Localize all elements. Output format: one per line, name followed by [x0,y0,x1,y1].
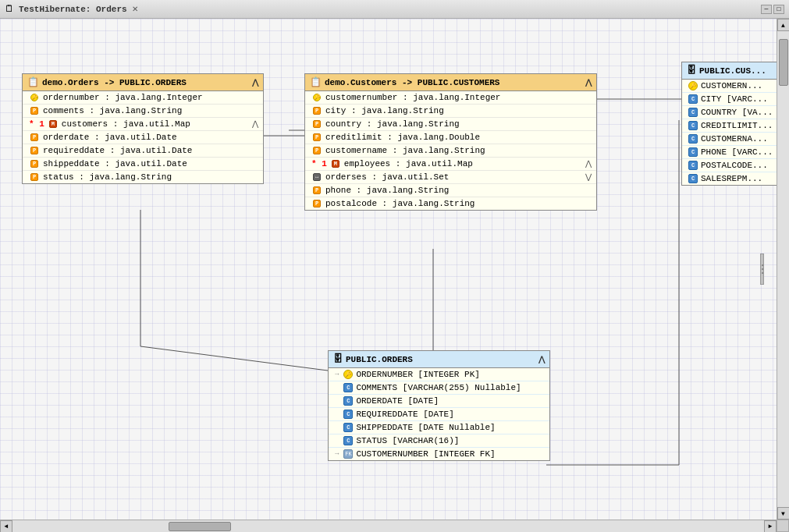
maximize-button[interactable]: □ [773,5,784,14]
window-title: TestHibernate: Orders [19,5,127,14]
db-col-icon: C [688,161,698,170]
main-area: 📋 demo.Orders -> PUBLIC.ORDERS ⋀ 🔑 order… [0,19,789,520]
orders-entity: 📋 demo.Orders -> PUBLIC.ORDERS ⋀ 🔑 order… [22,73,264,184]
db-col-icon: C [343,436,353,445]
orders-entity-title: demo.Orders -> PUBLIC.ORDERS [42,78,187,87]
expand-icon[interactable]: ⋀ [252,119,258,129]
db-field-row: C CITY [VARC... [682,93,777,106]
field-text: ordernumber : java.lang.Integer [43,93,203,102]
db-field-text: ORDERDATE [DATE] [356,396,439,406]
field-text: comments : java.lang.String [43,106,182,115]
db-col-icon: C [343,383,353,392]
orders-collapse-btn[interactable]: ⋀ [252,78,258,87]
db-field-row: C PHONE [VARC... [682,146,777,159]
db-col-icon: C [343,423,353,432]
db-field-row: → C REQUIREDDATE [DATE] [329,408,549,421]
scroll-right-button[interactable]: ► [764,520,777,533]
key-icon: 🔑 [29,93,40,102]
diagram-canvas[interactable]: 📋 demo.Orders -> PUBLIC.ORDERS ⋀ 🔑 order… [0,19,777,520]
db-field-row: → C ORDERDATE [DATE] [329,395,549,408]
field-text: creditlimit : java.lang.Double [325,133,480,142]
scroll-thumb-h[interactable] [169,522,231,531]
tab-close-button[interactable]: ✕ [132,5,138,13]
public-customers-title: PUBLIC.CUS... [699,66,766,76]
field-text: shippeddate : java.util.Date [43,159,187,168]
required-star: * 1 [311,159,327,168]
entity-field-row: * 1 M customers : java.util.Map ⋀ [23,118,263,131]
vertical-scrollbar: ▲ ▼ [777,19,789,520]
scroll-down-button[interactable]: ▼ [777,507,790,520]
entity-field-row: P shippeddate : java.util.Date [23,158,263,171]
entity-field-row: ↔ orderses : java.util.Set ⋁ [305,171,596,184]
db-field-text: CUSTOMERNUMBER [INTEGER FK] [356,449,495,459]
entity-field-row: P status : java.lang.String [23,171,263,183]
field-text: phone : java.lang.String [325,186,449,195]
field-icon: P [29,106,40,115]
entity-icon: 📋 [27,76,39,88]
scroll-up-button[interactable]: ▲ [777,19,790,31]
key-icon: 🔑 [311,93,322,102]
expand-icon[interactable]: ⋁ [585,172,592,182]
title-bar: 🗒 TestHibernate: Orders ✕ ─ □ [0,0,789,19]
db-field-row: 🔑 CUSTOMERN... [682,80,777,93]
db-field-text: REQUIREDDATE [DATE] [356,410,453,419]
db-col-icon: C [688,147,698,157]
db-fk-icon: FK [343,449,353,459]
db-field-row: → C SHIPPEDDATE [DATE Nullable] [329,421,549,434]
window-controls: ─ □ [761,5,784,14]
field-icon: P [29,133,40,142]
db-icon: 🗄 [687,65,696,76]
field-icon: P [311,106,322,115]
public-customers-table: 🗄 PUBLIC.CUS... 🔑 CUSTOMERN... C CITY [V… [681,62,777,186]
separator-handle[interactable] [760,254,764,285]
entity-field-row: P comments : java.lang.String [23,105,263,118]
entity-field-row: P customername : java.lang.String [305,144,596,158]
db-field-row: C SALESREPM... [682,172,777,185]
public-orders-collapse-btn[interactable]: ⋀ [538,355,545,364]
db-field-text: COMMENTS [VARCHAR(255) Nullable] [356,383,521,392]
db-field-text: CITY [VARC... [701,94,768,104]
entity-field-row: * 1 M employees : java.util.Map ⋀ [305,158,596,171]
db-field-text: SHIPPEDDATE [DATE Nullable] [356,423,495,432]
field-icon: P [311,146,322,155]
db-field-row: → 🔑 ORDERNUMBER [INTEGER PK] [329,368,549,381]
db-field-row: → C COMMENTS [VARCHAR(255) Nullable] [329,381,549,395]
db-col-icon: C [688,121,698,130]
expand-icon[interactable]: ⋀ [585,159,592,168]
field-text: customername : java.lang.String [325,146,485,155]
bottom-bar: ◄ ► [0,520,789,532]
scroll-thumb-v[interactable] [779,39,788,86]
orders-entity-header: 📋 demo.Orders -> PUBLIC.ORDERS ⋀ [23,74,263,91]
db-field-row: C POSTALCODE... [682,159,777,172]
customers-entity: 📋 demo.Customers -> PUBLIC.CUSTOMERS ⋀ 🔑… [304,73,597,211]
entity-field-row: P orderdate : java.util.Date [23,131,263,144]
db-field-text: PHONE [VARC... [701,147,773,157]
sep-dot [762,272,763,274]
horizontal-scrollbar: ◄ ► [0,520,777,532]
db-col-icon: C [688,94,698,104]
minimize-button[interactable]: ─ [761,5,772,14]
db-field-text: CUSTOMERNA... [701,134,768,144]
db-col-icon: C [343,396,353,406]
sep-dot [762,268,763,270]
window-icon: 🗒 [5,3,14,15]
scroll-left-button[interactable]: ◄ [0,520,12,533]
db-field-row: → FK CUSTOMERNUMBER [INTEGER FK] [329,448,549,460]
field-text: employees : java.util.Map [344,159,473,168]
field-text: status : java.lang.String [43,172,172,182]
db-field-row: C CUSTOMERNA... [682,133,777,146]
scroll-track-v[interactable] [777,31,789,507]
scroll-track-h[interactable] [12,520,764,532]
field-text: country : java.lang.String [325,119,460,129]
db-field-row: → C STATUS [VARCHAR(16)] [329,434,549,448]
entity-field-row: P creditlimit : java.lang.Double [305,131,596,144]
customers-collapse-btn[interactable]: ⋀ [585,78,592,87]
public-customers-header: 🗄 PUBLIC.CUS... [682,62,777,80]
customers-entity-header: 📋 demo.Customers -> PUBLIC.CUSTOMERS ⋀ [305,74,596,91]
db-field-text: CREDITLIMIT... [701,121,773,130]
db-field-text: STATUS [VARCHAR(16)] [356,436,459,445]
field-icon: P [29,159,40,168]
public-orders-table: 🗄 PUBLIC.ORDERS ⋀ → 🔑 ORDERNUMBER [INTEG… [328,350,550,461]
field-text: postalcode : java.lang.String [325,199,474,208]
map-icon: M [48,119,59,129]
